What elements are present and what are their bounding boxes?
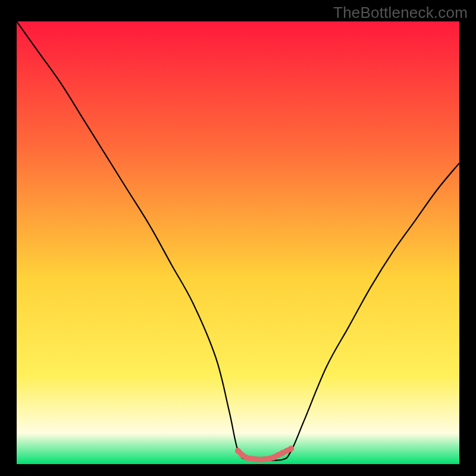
sweet-spot-point bbox=[288, 446, 294, 452]
sweet-spot-point bbox=[235, 448, 241, 454]
gradient-background bbox=[17, 21, 459, 464]
bottleneck-chart bbox=[17, 21, 459, 464]
watermark-label: TheBottleneck.com bbox=[333, 4, 468, 22]
chart-frame: TheBottleneck.com bbox=[0, 0, 476, 476]
plot-area bbox=[17, 21, 459, 464]
